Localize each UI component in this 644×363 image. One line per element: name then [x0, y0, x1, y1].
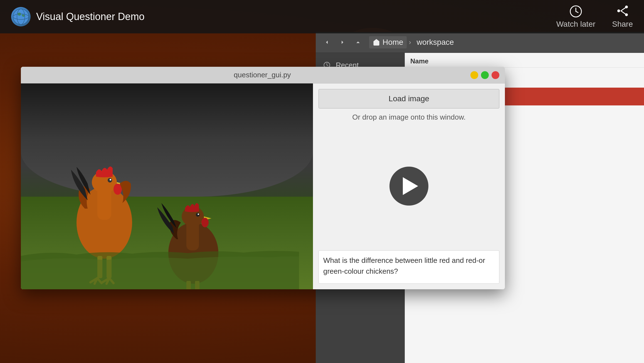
window-titlebar: questioner_gui.py	[21, 67, 505, 83]
maximize-button[interactable]	[481, 71, 489, 79]
window-content: Load image Or drop an image onto this wi…	[21, 83, 505, 289]
share-label: Share	[612, 20, 633, 29]
close-button[interactable]	[492, 71, 499, 79]
window-title: Visual Questioner Demo	[36, 11, 556, 23]
right-panel: Load image Or drop an image onto this wi…	[313, 83, 505, 289]
svg-point-31	[201, 218, 209, 227]
fm-home-breadcrumb[interactable]: Home	[369, 36, 407, 48]
window-controls	[470, 71, 499, 79]
fm-toolbar: Home › workspace	[316, 32, 644, 53]
svg-point-5	[625, 6, 628, 8]
avatar	[11, 7, 31, 26]
watch-later-label: Watch later	[556, 20, 596, 29]
play-button[interactable]	[389, 167, 428, 206]
drop-hint-text: Or drop an image onto this window.	[319, 113, 499, 122]
svg-point-7	[617, 9, 620, 12]
svg-point-24	[110, 179, 111, 181]
window-title-text: questioner_gui.py	[54, 71, 470, 79]
watch-later-button[interactable]: Watch later	[556, 5, 596, 29]
app-window: questioner_gui.py	[21, 67, 505, 289]
svg-point-32	[196, 213, 200, 217]
fm-home-label: Home	[383, 38, 403, 47]
fm-forward-button[interactable]	[336, 36, 349, 49]
question-text-box: What is the difference between little re…	[319, 250, 499, 284]
play-triangle-icon	[403, 177, 418, 195]
topbar-actions: Watch later Share	[556, 5, 633, 29]
minimize-button[interactable]	[470, 71, 478, 79]
fm-back-button[interactable]	[320, 36, 334, 49]
fm-workspace-label[interactable]: workspace	[413, 36, 457, 48]
load-image-button[interactable]: Load image	[319, 89, 499, 108]
svg-point-6	[625, 13, 628, 16]
fm-column-name: Name	[405, 53, 644, 68]
video-thumbnail	[319, 126, 499, 246]
image-panel	[21, 83, 313, 289]
fm-breadcrumb: Home › workspace	[369, 36, 457, 48]
topbar: Visual Questioner Demo Watch later Share	[0, 0, 644, 33]
fm-up-button[interactable]	[351, 36, 365, 49]
svg-point-33	[198, 214, 199, 215]
share-button[interactable]: Share	[612, 5, 633, 29]
chicken-scene	[21, 83, 313, 289]
breadcrumb-separator: ›	[409, 38, 411, 46]
